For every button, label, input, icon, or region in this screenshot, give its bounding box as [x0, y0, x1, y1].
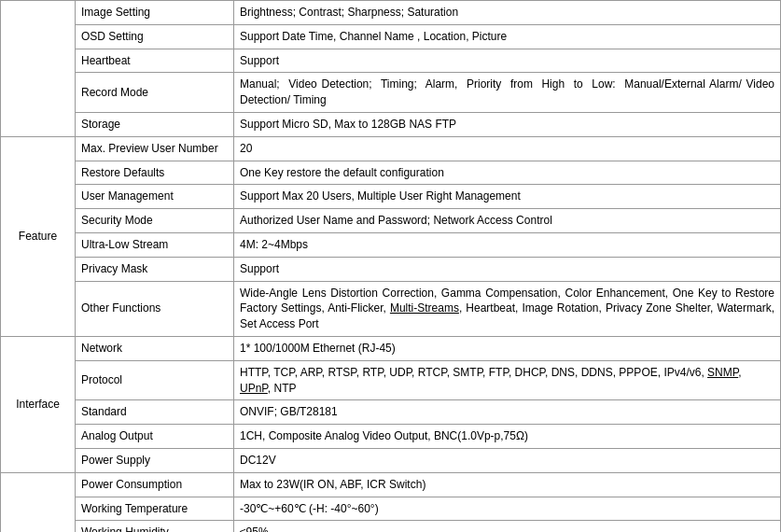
table-row: Image Setting Brightness; Contrast; Shar…: [1, 1, 781, 25]
feature-cell-standard: Standard: [76, 400, 234, 425]
feature-cell: Max. Preview User Number: [76, 136, 234, 161]
table-row: Working Temperature -30℃~+60℃ (-H: -40°~…: [1, 497, 781, 521]
value-cell-protocol: HTTP, TCP, ARP, RTSP, RTP, UDP, RTCP, SM…: [234, 360, 781, 400]
snmp-text: SNMP: [707, 366, 738, 379]
feature-cell: Image Setting: [76, 1, 234, 25]
table-row: Privacy Mask Support: [1, 257, 781, 281]
value-cell: One Key restore the default configuratio…: [234, 161, 781, 185]
multistreams-text: Multi-Streams: [390, 301, 459, 315]
spec-table: Image Setting Brightness; Contrast; Shar…: [0, 0, 781, 532]
value-cell: Support Micro SD, Max to 128GB NAS FTP: [234, 112, 781, 136]
table-row: Interface Network 1* 100/1000M Ethernet …: [1, 336, 781, 360]
feature-cell: Privacy Mask: [76, 257, 234, 281]
category-cell-feature: Feature: [1, 136, 76, 336]
feature-cell: OSD Setting: [76, 24, 234, 49]
value-cell: 4M: 2~4Mbps: [234, 232, 781, 257]
upnp-text: UPnP: [240, 382, 268, 395]
value-cell: Support Date Time, Channel Name , Locati…: [234, 24, 781, 49]
value-cell: Authorized User Name and Password; Netwo…: [234, 209, 781, 233]
value-cell-power-supply: DC12V: [234, 448, 781, 472]
feature-cell: Storage: [76, 112, 234, 136]
table-row: Other Functions Wide-Angle Lens Distorti…: [1, 281, 781, 336]
value-cell-network: 1* 100/1000M Ethernet (RJ-45): [234, 336, 781, 360]
feature-cell: User Management: [76, 185, 234, 209]
table-row: General Power Consumption Max to 23W(IR …: [1, 472, 781, 497]
feature-cell: Security Mode: [76, 209, 234, 233]
value-cell-working-humidity: ≤95%: [234, 521, 781, 532]
feature-cell: Restore Defaults: [76, 161, 234, 185]
feature-cell: Ultra-Low Stream: [76, 232, 234, 257]
feature-cell: Heartbeat: [76, 49, 234, 73]
table-row: Working Humidity ≤95%: [1, 521, 781, 532]
feature-cell-protocol: Protocol: [76, 360, 234, 400]
table-row: Record Mode Manual; Video Detection; Tim…: [1, 73, 781, 113]
table-row: Restore Defaults One Key restore the def…: [1, 161, 781, 185]
table-row: Protocol HTTP, TCP, ARP, RTSP, RTP, UDP,…: [1, 360, 781, 400]
category-cell-general: General: [1, 472, 76, 532]
value-cell: Brightness; Contrast; Sharpness; Saturat…: [234, 1, 781, 25]
feature-cell-power-supply: Power Supply: [76, 448, 234, 472]
value-cell-working-temp: -30℃~+60℃ (-H: -40°~60°): [234, 497, 781, 521]
feature-cell-analog-output: Analog Output: [76, 425, 234, 449]
table-row: Security Mode Authorized User Name and P…: [1, 209, 781, 233]
value-cell: Support Max 20 Users, Multiple User Righ…: [234, 185, 781, 209]
feature-cell-working-humidity: Working Humidity: [76, 521, 234, 532]
table-row: Feature Max. Preview User Number 20: [1, 136, 781, 161]
table-row: Storage Support Micro SD, Max to 128GB N…: [1, 112, 781, 136]
feature-cell-record-mode: Record Mode: [76, 73, 234, 113]
value-cell-record-mode: Manual; Video Detection; Timing; Alarm, …: [234, 73, 781, 113]
feature-cell-power-consumption: Power Consumption: [76, 472, 234, 497]
value-cell: Support: [234, 257, 781, 281]
table-row: Power Supply DC12V: [1, 448, 781, 472]
table-row: Analog Output 1CH, Composite Analog Vide…: [1, 425, 781, 449]
table-row: Ultra-Low Stream 4M: 2~4Mbps: [1, 232, 781, 257]
category-cell-interface: Interface: [1, 336, 76, 472]
value-cell: Support: [234, 49, 781, 73]
feature-cell-other-functions: Other Functions: [76, 281, 234, 336]
table-row: Standard ONVIF; GB/T28181: [1, 400, 781, 425]
feature-cell-network: Network: [76, 336, 234, 360]
value-cell-power-consumption: Max to 23W(IR ON, ABF, ICR Switch): [234, 472, 781, 497]
table-row: Heartbeat Support: [1, 49, 781, 73]
category-cell-empty1: [1, 1, 76, 137]
table-row: User Management Support Max 20 Users, Mu…: [1, 185, 781, 209]
spec-table-container: Image Setting Brightness; Contrast; Shar…: [0, 0, 781, 532]
value-cell-other-functions: Wide-Angle Lens Distortion Correction, G…: [234, 281, 781, 336]
table-row: OSD Setting Support Date Time, Channel N…: [1, 24, 781, 49]
value-cell: 20: [234, 136, 781, 161]
value-cell-analog-output: 1CH, Composite Analog Video Output, BNC(…: [234, 425, 781, 449]
value-cell-standard: ONVIF; GB/T28181: [234, 400, 781, 425]
feature-cell-working-temp: Working Temperature: [76, 497, 234, 521]
